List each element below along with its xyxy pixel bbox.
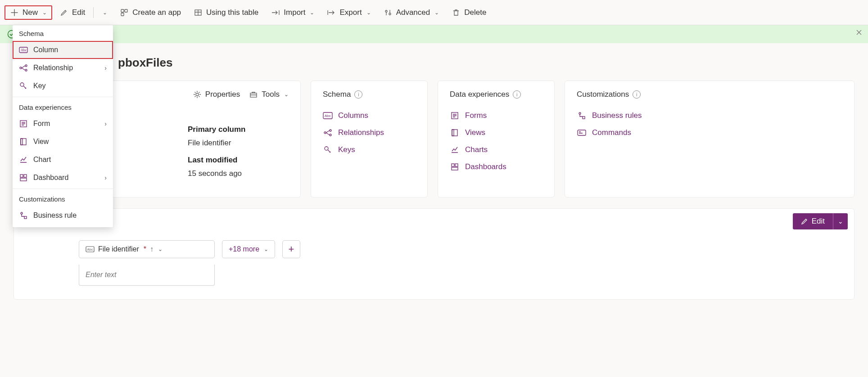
dropdown-section-data-exp: Data experiences xyxy=(13,99,113,115)
schema-title: Schema xyxy=(323,90,351,99)
commands-label: Commands xyxy=(592,128,631,137)
edit-label: Edit xyxy=(72,8,85,17)
svg-point-27 xyxy=(330,134,331,136)
dropdown-section-schema: Schema xyxy=(13,25,113,41)
columns-label: Columns xyxy=(338,111,368,120)
chevron-right-icon: › xyxy=(104,64,107,72)
dropdown-business-rule-label: Business rule xyxy=(33,211,77,220)
svg-point-10 xyxy=(25,65,27,67)
chevron-down-icon: ⌄ xyxy=(434,9,439,16)
dropdown-chart-label: Chart xyxy=(33,156,51,164)
create-app-label: Create an app xyxy=(132,8,181,17)
svg-rect-16 xyxy=(20,175,23,177)
add-column-button[interactable]: + xyxy=(282,240,300,258)
svg-rect-32 xyxy=(452,164,454,166)
primary-column-value: File identifier xyxy=(188,139,246,148)
tools-action[interactable]: Tools ⌄ xyxy=(249,90,289,99)
dropdown-item-relationship[interactable]: Relationship › xyxy=(13,59,113,77)
import-button[interactable]: Import ⌄ xyxy=(266,5,320,20)
commands-link[interactable]: Commands xyxy=(577,124,842,141)
data-exp-title: Data experiences xyxy=(450,90,509,99)
abc-icon: Abc xyxy=(86,246,95,252)
last-modified-label: Last modified xyxy=(188,156,246,165)
column-header-file-identifier[interactable]: Abc File identifier * ↑ ⌄ xyxy=(79,240,215,258)
properties-action[interactable]: Properties xyxy=(193,90,240,99)
dropdown-item-form[interactable]: Form › xyxy=(13,115,113,133)
more-label: +18 more xyxy=(229,245,259,253)
svg-point-21 xyxy=(196,93,199,96)
dropdown-dashboard-label: Dashboard xyxy=(33,174,68,182)
new-button[interactable]: New ⌄ xyxy=(5,5,52,20)
chevron-right-icon: › xyxy=(104,120,107,127)
cards-row: Properties Tools ⌄ Primary column File i… xyxy=(14,81,854,197)
svg-point-5 xyxy=(389,13,391,15)
more-columns-button[interactable]: +18 more ⌄ xyxy=(222,240,275,258)
edit-data-label: Edit xyxy=(812,217,825,226)
dashboards-link[interactable]: Dashboards xyxy=(450,158,542,175)
svg-text:Abc: Abc xyxy=(21,48,27,52)
business-rules-link[interactable]: Business rules xyxy=(577,107,842,124)
svg-rect-30 xyxy=(452,130,457,136)
dropdown-item-column[interactable]: Abc Column xyxy=(13,41,113,59)
settings-icon xyxy=(384,8,393,17)
info-icon[interactable]: i xyxy=(513,90,521,99)
dropdown-item-dashboard[interactable]: Dashboard › xyxy=(13,169,113,187)
dropdown-item-key[interactable]: Key xyxy=(13,77,113,95)
relationship-icon xyxy=(323,128,333,138)
chevron-down-icon: ⌄ xyxy=(158,246,163,252)
banner-close[interactable] xyxy=(855,29,863,36)
keys-link[interactable]: Keys xyxy=(323,141,416,158)
svg-rect-15 xyxy=(21,139,23,145)
card-header: Customizations i xyxy=(577,90,842,99)
forms-link[interactable]: Forms xyxy=(450,107,542,124)
svg-rect-18 xyxy=(20,178,27,181)
dropdown-view-label: View xyxy=(33,138,49,146)
column-icon: Abc xyxy=(19,45,28,54)
views-link[interactable]: Views xyxy=(450,124,542,141)
advanced-button[interactable]: Advanced ⌄ xyxy=(378,5,445,20)
business-rules-label: Business rules xyxy=(592,111,642,120)
create-app-button[interactable]: Create an app xyxy=(114,5,186,20)
import-icon xyxy=(271,8,280,17)
relationships-link[interactable]: Relationships xyxy=(323,124,416,141)
svg-text:Abc: Abc xyxy=(87,247,93,251)
properties-column: Primary column File identifier Last modi… xyxy=(188,125,246,178)
svg-point-26 xyxy=(330,130,331,131)
table-icon xyxy=(194,8,203,17)
info-icon[interactable]: i xyxy=(354,90,362,99)
using-table-button[interactable]: Using this table xyxy=(188,5,264,20)
edit-data-dropdown[interactable]: ⌄ xyxy=(833,213,848,229)
form-icon xyxy=(450,111,460,121)
info-icon[interactable]: i xyxy=(633,90,641,99)
svg-point-35 xyxy=(579,112,581,114)
svg-rect-37 xyxy=(578,130,586,135)
trash-icon xyxy=(452,8,461,17)
dropdown-item-business-rule[interactable]: Business rule xyxy=(13,206,113,224)
properties-label: Properties xyxy=(205,90,240,99)
svg-point-11 xyxy=(25,69,27,71)
data-row: Enter text xyxy=(79,265,842,286)
svg-point-4 xyxy=(385,10,387,12)
dropdown-item-chart[interactable]: Chart xyxy=(13,151,113,169)
dropdown-key-label: Key xyxy=(33,82,46,90)
export-button[interactable]: Export ⌄ xyxy=(321,5,376,20)
svg-rect-31 xyxy=(452,130,454,136)
edit-dropdown[interactable]: ⌄ xyxy=(96,7,113,18)
custom-title: Customizations xyxy=(577,90,629,99)
column-header-row: Abc File identifier * ↑ ⌄ +18 more ⌄ + xyxy=(79,240,842,258)
charts-link[interactable]: Charts xyxy=(450,141,542,158)
columns-link[interactable]: Abc Columns xyxy=(323,107,416,124)
cell-input[interactable]: Enter text xyxy=(79,265,215,286)
svg-point-25 xyxy=(324,132,326,134)
advanced-label: Advanced xyxy=(396,8,430,17)
dashboards-label: Dashboards xyxy=(465,162,506,171)
edit-button[interactable]: Edit xyxy=(54,5,90,20)
dashboard-icon xyxy=(450,162,460,172)
data-experiences-card: Data experiences i Forms Views Charts Da… xyxy=(438,81,555,197)
page-title: pboxFiles xyxy=(118,56,854,70)
svg-rect-1 xyxy=(125,9,127,12)
delete-button[interactable]: Delete xyxy=(446,5,492,20)
edit-data-button[interactable]: Edit xyxy=(793,213,833,229)
business-rule-icon xyxy=(19,211,28,220)
dropdown-item-view[interactable]: View xyxy=(13,133,113,151)
